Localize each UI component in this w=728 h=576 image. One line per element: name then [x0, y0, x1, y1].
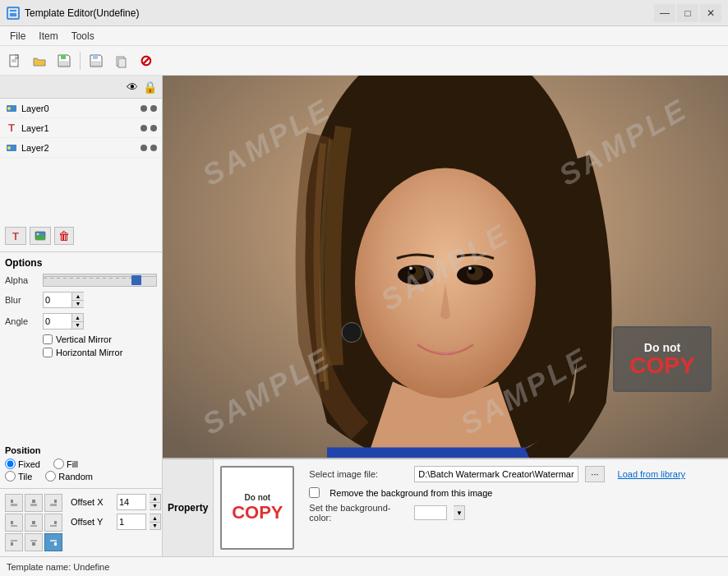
align-cell-2-1[interactable]: [25, 533, 43, 551]
save-button[interactable]: [85, 49, 108, 72]
svg-rect-29: [11, 542, 13, 546]
svg-point-45: [409, 267, 412, 270]
align-cell-2-0[interactable]: [5, 533, 23, 551]
tile-label: Tile: [18, 472, 32, 482]
fixed-radio-group: Fixed: [5, 458, 40, 469]
vertical-mirror-label: Vertical Mirror: [56, 334, 112, 344]
close-button[interactable]: ✕: [700, 4, 721, 22]
svg-rect-32: [30, 540, 37, 541]
blur-up[interactable]: ▲: [72, 293, 84, 301]
angle-spinbox[interactable]: ▲ ▼: [72, 313, 84, 329]
browse-button[interactable]: ···: [585, 466, 604, 482]
vertical-mirror-checkbox[interactable]: [43, 334, 53, 344]
layer-row-2[interactable]: Layer2: [0, 138, 162, 158]
svg-point-47: [342, 323, 362, 343]
bg-color-label: Set the background-color:: [309, 503, 408, 523]
bg-color-swatch[interactable]: [414, 505, 447, 520]
svg-rect-10: [118, 58, 126, 67]
copy-button[interactable]: [109, 49, 132, 72]
save-green-button[interactable]: [53, 49, 76, 72]
offset-x-input[interactable]: 14: [117, 494, 146, 510]
align-cell-0-1[interactable]: [25, 494, 43, 512]
fill-label: Fill: [67, 459, 78, 469]
svg-rect-27: [54, 521, 57, 524]
layer-1-dot2: [150, 125, 157, 131]
blur-label: Blur: [5, 295, 43, 305]
blur-input[interactable]: 0: [43, 292, 72, 308]
svg-rect-34: [50, 540, 57, 541]
random-label: Random: [58, 472, 93, 482]
fill-radio[interactable]: [53, 458, 64, 469]
layer-row-0[interactable]: Layer0: [0, 99, 162, 118]
align-cell-0-2[interactable]: [44, 494, 62, 512]
cancel-button[interactable]: ⊘: [134, 49, 157, 72]
offset-y-input[interactable]: 1: [117, 514, 146, 530]
text-tool-button[interactable]: T: [5, 227, 26, 245]
angle-down[interactable]: ▼: [72, 322, 83, 329]
blur-spinbox[interactable]: ▲ ▼: [72, 292, 84, 308]
offset-y-spin[interactable]: ▲ ▼: [150, 514, 161, 530]
new-button[interactable]: [3, 49, 26, 72]
bg-color-dropdown[interactable]: ▼: [454, 505, 465, 520]
svg-rect-24: [11, 525, 17, 527]
dnc-copy-text: COPY: [629, 354, 694, 377]
layer-2-icon: [5, 141, 18, 154]
offset-y-down[interactable]: ▼: [150, 523, 160, 530]
options-section: Options Alpha Blur 0 ▲ ▼: [0, 252, 162, 445]
svg-point-12: [7, 107, 11, 110]
thumb-dnc: Do not COPY: [226, 477, 288, 539]
offset-section: Offset X 14 ▲ ▼ Offset Y 1 ▲ ▼: [71, 494, 161, 530]
offset-x-down[interactable]: ▼: [150, 503, 160, 510]
fill-radio-group: Fill: [53, 458, 78, 469]
blur-down[interactable]: ▼: [72, 301, 84, 308]
angle-up[interactable]: ▲: [72, 314, 83, 322]
align-cell-1-1[interactable]: [25, 514, 43, 532]
open-button[interactable]: [28, 49, 51, 72]
random-radio[interactable]: [45, 471, 56, 482]
title-controls: — □ ✕: [654, 4, 721, 22]
menu-file[interactable]: File: [3, 29, 32, 44]
tile-radio[interactable]: [5, 471, 16, 482]
load-library-link[interactable]: Load from library: [618, 469, 686, 479]
align-cell-2-2[interactable]: [44, 533, 62, 551]
random-radio-group: Random: [45, 471, 93, 482]
layer-row-1[interactable]: T Layer1: [0, 118, 162, 138]
svg-rect-17: [11, 500, 13, 503]
alpha-slider[interactable]: [43, 274, 157, 287]
angle-row: Angle 0 ▲ ▼: [5, 313, 157, 329]
layer-1-dot: [141, 125, 147, 131]
svg-rect-31: [32, 542, 35, 546]
portrait-svg: [163, 76, 728, 458]
tools-row: T 🗑: [5, 227, 157, 245]
menu-tools[interactable]: Tools: [65, 29, 101, 44]
menu-bar: File Item Tools: [0, 26, 728, 46]
select-image-row: Select image file: ··· Load from library: [309, 466, 720, 482]
angle-input[interactable]: 0: [43, 313, 72, 329]
remove-bg-label: Remove the background from this image: [329, 488, 492, 498]
svg-rect-33: [54, 542, 57, 546]
minimize-button[interactable]: —: [654, 4, 675, 22]
delete-tool-button[interactable]: 🗑: [54, 227, 74, 245]
image-tool-button[interactable]: [30, 227, 51, 245]
align-cell-1-0[interactable]: [5, 514, 23, 532]
svg-rect-5: [61, 55, 66, 59]
property-fields: Select image file: ··· Load from library…: [301, 459, 728, 556]
offset-y-up[interactable]: ▲: [150, 514, 160, 523]
offset-x-spin[interactable]: ▲ ▼: [150, 494, 161, 510]
offset-x-up[interactable]: ▲: [150, 495, 160, 503]
menu-item[interactable]: Item: [32, 29, 64, 44]
select-image-input[interactable]: [414, 466, 578, 482]
property-panel: Property Do not COPY Select image file: …: [163, 458, 728, 556]
remove-bg-checkbox[interactable]: [309, 487, 320, 498]
maximize-button[interactable]: □: [677, 4, 698, 22]
svg-rect-21: [54, 500, 57, 503]
align-cell-1-2[interactable]: [44, 514, 62, 532]
alpha-row: Alpha: [5, 274, 157, 287]
select-image-label: Select image file:: [309, 469, 408, 479]
svg-rect-7: [93, 55, 98, 59]
alpha-label: Alpha: [5, 275, 43, 285]
align-cell-0-0[interactable]: [5, 494, 23, 512]
align-section: Offset X 14 ▲ ▼ Offset Y 1 ▲ ▼: [0, 489, 162, 556]
fixed-radio[interactable]: [5, 458, 16, 469]
horizontal-mirror-checkbox[interactable]: [43, 348, 53, 357]
